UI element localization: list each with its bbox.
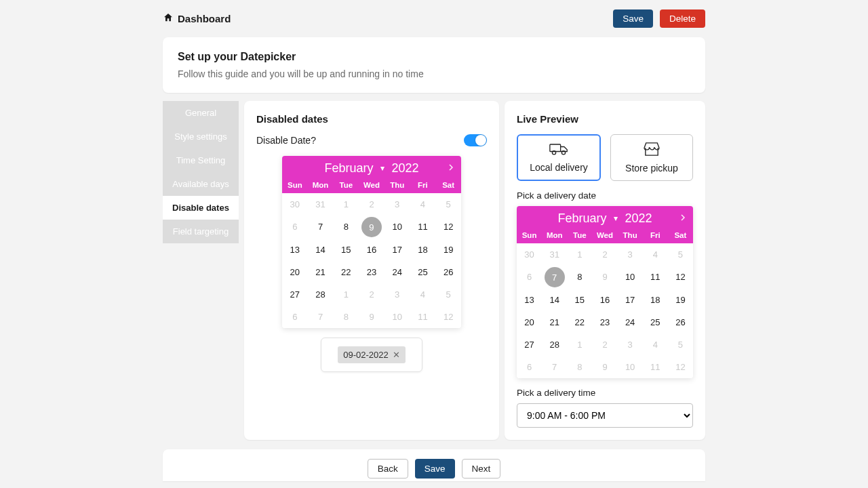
settings-tabs: GeneralStyle settingsTime SettingAvailab… — [163, 101, 239, 440]
calendar-day[interactable]: 7 — [308, 216, 334, 239]
dow-label: Mon — [308, 181, 334, 189]
tab-general[interactable]: General — [163, 101, 239, 125]
calendar-day[interactable]: 22 — [333, 261, 359, 283]
calendar-day: 30 — [517, 243, 542, 266]
dow-label: Mon — [542, 231, 567, 239]
calendar-day[interactable]: 25 — [643, 311, 668, 333]
calendar-day[interactable]: 27 — [517, 333, 542, 356]
calendar-day[interactable]: 24 — [618, 311, 643, 333]
calendar-day[interactable]: 14 — [308, 239, 334, 261]
calendar-day[interactable]: 6 — [517, 266, 542, 289]
preview-month-select[interactable]: February — [557, 211, 618, 225]
calendar-day[interactable]: 22 — [567, 311, 592, 333]
calendar-day[interactable]: 15 — [567, 289, 592, 311]
month-select[interactable]: February — [324, 161, 384, 175]
calendar-day[interactable]: 12 — [668, 266, 693, 289]
calendar-day[interactable]: 23 — [592, 311, 617, 333]
calendar-day[interactable]: 15 — [333, 239, 359, 261]
tab-style-settings[interactable]: Style settings — [163, 125, 239, 148]
tab-field-targeting[interactable]: Field targeting — [163, 220, 239, 243]
preview-calendar: February 2022 SunMonTueWedThuFriSat 3031… — [517, 206, 693, 378]
dow-label: Thu — [618, 231, 643, 239]
calendar-day[interactable]: 6 — [282, 216, 308, 239]
chip-remove-icon[interactable]: ✕ — [393, 350, 400, 360]
calendar-day[interactable]: 16 — [359, 239, 384, 261]
calendar-day: 30 — [282, 193, 308, 216]
calendar-day[interactable]: 26 — [668, 311, 693, 333]
tab-disable-dates[interactable]: Disable dates — [163, 196, 239, 220]
calendar-day[interactable]: 9 — [361, 217, 382, 237]
calendar-day: 9 — [359, 306, 384, 328]
calendar-day[interactable]: 20 — [517, 311, 542, 333]
store-icon — [643, 142, 660, 159]
calendar-day[interactable]: 23 — [359, 261, 384, 283]
calendar-day[interactable]: 19 — [668, 289, 693, 311]
calendar-day: 2 — [359, 193, 384, 216]
disabled-date-chip: 09-02-2022 ✕ — [338, 346, 406, 363]
calendar-day[interactable]: 28 — [542, 333, 567, 356]
calendar-day[interactable]: 14 — [542, 289, 567, 311]
calendar-day[interactable]: 17 — [618, 289, 643, 311]
calendar-day: 4 — [410, 193, 436, 216]
home-icon — [163, 12, 174, 25]
calendar-day[interactable]: 7 — [545, 267, 565, 287]
calendar-day[interactable]: 11 — [410, 216, 436, 239]
calendar-day[interactable]: 28 — [308, 283, 334, 306]
delete-button[interactable]: Delete — [660, 9, 705, 28]
save-button-footer[interactable]: Save — [415, 459, 455, 479]
pick-time-label: Pick a delivery time — [517, 388, 693, 398]
calendar-day[interactable]: 21 — [542, 311, 567, 333]
calendar-day[interactable]: 17 — [384, 239, 410, 261]
calendar-day[interactable]: 8 — [567, 266, 592, 289]
delivery-time-select[interactable]: 9:00 AM - 6:00 PM — [517, 403, 693, 428]
calendar-day[interactable]: 8 — [333, 216, 359, 239]
save-button-top[interactable]: Save — [613, 9, 653, 28]
preview-next-month-icon[interactable] — [679, 212, 686, 223]
calendar-day[interactable]: 12 — [435, 216, 461, 239]
calendar-day[interactable]: 19 — [435, 239, 461, 261]
next-month-icon[interactable] — [448, 162, 454, 173]
delivery-method-store-pickup[interactable]: Store pickup — [610, 134, 693, 181]
calendar-day[interactable]: 18 — [643, 289, 668, 311]
calendar-day: 31 — [542, 243, 567, 266]
brand[interactable]: Dashboard — [163, 12, 231, 25]
calendar-day: 8 — [333, 306, 359, 328]
calendar-day[interactable]: 10 — [384, 216, 410, 239]
chip-label: 09-02-2022 — [343, 350, 389, 360]
calendar-day[interactable]: 11 — [643, 266, 668, 289]
dow-label: Thu — [384, 181, 410, 189]
preview-year-label: 2022 — [625, 211, 652, 226]
calendar-day: 6 — [517, 356, 542, 378]
next-button[interactable]: Next — [462, 459, 501, 479]
disable-date-toggle[interactable] — [464, 134, 487, 146]
calendar-day[interactable]: 21 — [308, 261, 334, 283]
calendar-day[interactable]: 20 — [282, 261, 308, 283]
calendar-day[interactable]: 25 — [410, 261, 436, 283]
calendar-day: 4 — [410, 283, 436, 306]
tab-available-days[interactable]: Available days — [163, 172, 239, 196]
dow-label: Sat — [668, 231, 693, 239]
dow-label: Wed — [592, 231, 617, 239]
calendar-day: 1 — [567, 333, 592, 356]
calendar-day[interactable]: 26 — [435, 261, 461, 283]
calendar-day[interactable]: 10 — [618, 266, 643, 289]
calendar-day: 6 — [282, 306, 308, 328]
disabled-calendar: February 2022 SunMonTueWedThuFriSat 3031… — [282, 156, 461, 328]
back-button[interactable]: Back — [368, 459, 408, 479]
page-subtitle: Follow this guide and you will be up and… — [178, 68, 690, 79]
calendar-day[interactable]: 24 — [384, 261, 410, 283]
calendar-day[interactable]: 9 — [592, 266, 617, 289]
calendar-day[interactable]: 13 — [517, 289, 542, 311]
tab-time-setting[interactable]: Time Setting — [163, 148, 239, 172]
delivery-method-local-delivery[interactable]: Local delivery — [517, 134, 601, 181]
dow-label: Tue — [333, 181, 359, 189]
calendar-day[interactable]: 13 — [282, 239, 308, 261]
calendar-day[interactable]: 27 — [282, 283, 308, 306]
calendar-day: 5 — [668, 333, 693, 356]
dow-label: Fri — [643, 231, 668, 239]
calendar-day[interactable]: 18 — [410, 239, 436, 261]
dow-label: Sat — [435, 181, 461, 189]
dow-label: Sun — [282, 181, 308, 189]
calendar-day: 9 — [592, 356, 617, 378]
calendar-day[interactable]: 16 — [592, 289, 617, 311]
